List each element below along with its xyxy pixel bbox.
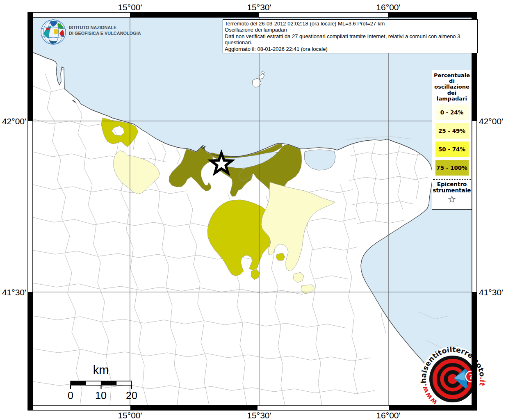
scale-tick-20: 20 <box>119 390 144 402</box>
coord-right-41-30: 41°30' <box>479 288 503 297</box>
ingv-name-line2: DI GEOFISICA E VULCANOLOGIA <box>69 31 141 37</box>
ingv-name-line1: ISTITUTO NAZIONALE <box>69 25 141 31</box>
legend-swatch-50-74: 50 - 74% <box>435 142 469 157</box>
legend-epicenter-label: Epicentro strumentale <box>432 181 472 194</box>
coord-top-15-00: 15°00' <box>118 2 142 12</box>
info-line-effect: Oscillazione dei lampadari <box>225 27 476 33</box>
scale-tick-0: 0 <box>58 390 83 402</box>
epicenter-star-icon: ☆ <box>432 194 472 204</box>
scale-tick-10: 10 <box>89 390 113 402</box>
legend: Percentuale di oscillazione dei lampadar… <box>432 70 472 210</box>
felt-map-page: www.haisentitoilterremoto.it ? <box>0 0 515 420</box>
map-canvas: www.haisentitoilterremoto.it ? <box>0 0 515 420</box>
coord-right-42-00: 42°00' <box>479 116 503 126</box>
info-line-event: Terremoto del 26-03-2012 02:02:18 (ora l… <box>225 21 476 27</box>
info-line-source: Dati non verificati estratti da 27 quest… <box>225 33 476 46</box>
coord-top-15-30: 15°30' <box>247 2 271 12</box>
legend-swatch-0-24: 0 - 24% <box>435 105 469 120</box>
ingv-globe-icon <box>41 20 66 44</box>
coord-top-16-00: 16°00' <box>376 2 400 12</box>
coord-left-41-30: 41°30' <box>2 288 26 297</box>
ingv-wordmark: ISTITUTO NAZIONALE DI GEOFISICA E VULCAN… <box>69 25 141 36</box>
coord-bottom-15-00: 15°00' <box>118 411 142 420</box>
coord-bottom-15-30: 15°30' <box>247 411 271 420</box>
coord-left-42-00: 42°00' <box>2 116 26 126</box>
legend-separator <box>433 179 471 180</box>
scale-unit-label: km <box>80 363 121 377</box>
coord-bottom-16-00: 16°00' <box>376 411 400 420</box>
legend-swatch-25-49: 25 - 49% <box>435 123 469 139</box>
legend-title: Percentuale di oscillazione dei lampadar… <box>432 73 472 102</box>
legend-swatch-75-100: 75 - 100% <box>435 160 469 176</box>
earthquake-info-box: Terremoto del 26-03-2012 02:02:18 (ora l… <box>223 19 478 53</box>
info-line-updated: Aggiornato il: 08-01-2026 22:41 (ora loc… <box>225 46 476 52</box>
